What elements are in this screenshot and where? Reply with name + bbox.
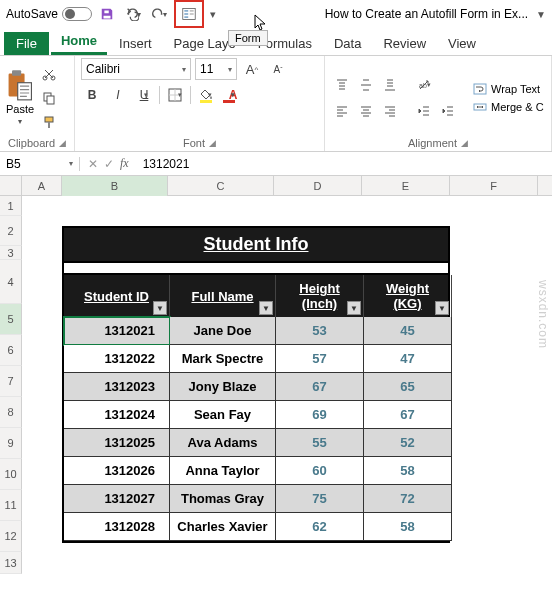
save-button[interactable] (96, 3, 118, 25)
tab-review[interactable]: Review (373, 32, 436, 55)
font-color-button[interactable]: A▾ (221, 84, 243, 106)
font-name-combo[interactable]: Calibri▾ (81, 58, 191, 80)
cell-student-id[interactable]: 1312025 (64, 429, 170, 457)
tab-insert[interactable]: Insert (109, 32, 162, 55)
cell-full-name[interactable]: Jane Doe (170, 317, 276, 345)
cell-full-name[interactable]: Thomas Gray (170, 485, 276, 513)
autosave-toggle[interactable]: AutoSave (6, 7, 92, 21)
cell-height[interactable]: 60 (276, 457, 364, 485)
column-header[interactable]: B (62, 176, 168, 196)
tab-view[interactable]: View (438, 32, 486, 55)
cell-weight[interactable]: 58 (364, 457, 452, 485)
filter-dropdown-icon[interactable]: ▼ (347, 301, 361, 315)
bold-button[interactable]: B (81, 84, 103, 106)
row-header[interactable]: 9 (0, 428, 22, 459)
row-header[interactable]: 6 (0, 335, 22, 366)
header-student-id[interactable]: Student ID▼ (64, 275, 170, 317)
worksheet-grid[interactable]: ABCDEF 12345678910111213 Student Info St… (0, 176, 552, 574)
cell-full-name[interactable]: Ava Adams (170, 429, 276, 457)
font-launcher-icon[interactable]: ◢ (209, 138, 216, 148)
cell-height[interactable]: 55 (276, 429, 364, 457)
underline-button[interactable]: U▾ (133, 84, 155, 106)
row-header[interactable]: 8 (0, 397, 22, 428)
cell-weight[interactable]: 58 (364, 513, 452, 541)
cell-weight[interactable]: 65 (364, 373, 452, 401)
fill-color-button[interactable]: ▾ (195, 84, 217, 106)
row-header[interactable]: 5 (0, 304, 22, 335)
cell-student-id[interactable]: 1312026 (64, 457, 170, 485)
wrap-text-button[interactable]: Wrap Text (473, 82, 544, 96)
row-header[interactable]: 7 (0, 366, 22, 397)
cell-height[interactable]: 57 (276, 345, 364, 373)
row-header[interactable]: 12 (0, 521, 22, 552)
cell-weight[interactable]: 67 (364, 401, 452, 429)
alignment-launcher-icon[interactable]: ◢ (461, 138, 468, 148)
cut-button[interactable] (38, 63, 60, 85)
italic-button[interactable]: I (107, 84, 129, 106)
column-header[interactable] (0, 176, 22, 196)
header-weight[interactable]: Weight(KG)▼ (364, 275, 452, 317)
cell-height[interactable]: 69 (276, 401, 364, 429)
fx-icon[interactable]: fx (120, 156, 129, 171)
form-button[interactable] (177, 3, 201, 25)
name-box[interactable]: B5▾ (0, 157, 80, 171)
cell-full-name[interactable]: Sean Fay (170, 401, 276, 429)
qat-overflow[interactable]: ▾ (210, 8, 216, 21)
clipboard-launcher-icon[interactable]: ◢ (59, 138, 66, 148)
merge-center-button[interactable]: Merge & C (473, 100, 544, 114)
header-height[interactable]: Height(Inch)▼ (276, 275, 364, 317)
paste-button[interactable]: Paste ▾ (6, 69, 34, 126)
tab-file[interactable]: File (4, 32, 49, 55)
row-header[interactable]: 10 (0, 459, 22, 490)
tab-home[interactable]: Home (51, 29, 107, 55)
align-center-button[interactable] (355, 100, 377, 122)
column-headers[interactable]: ABCDEF (0, 176, 552, 196)
cell-height[interactable]: 67 (276, 373, 364, 401)
decrease-font-button[interactable]: Aˇ (267, 58, 289, 80)
cell-height[interactable]: 75 (276, 485, 364, 513)
cell-student-id[interactable]: 1312021 (64, 317, 170, 345)
filter-dropdown-icon[interactable]: ▼ (435, 301, 449, 315)
align-top-button[interactable] (331, 74, 353, 96)
align-left-button[interactable] (331, 100, 353, 122)
undo-button[interactable]: ▾ (122, 3, 144, 25)
column-header[interactable]: A (22, 176, 62, 196)
cell-full-name[interactable]: Anna Taylor (170, 457, 276, 485)
cell-height[interactable]: 53 (276, 317, 364, 345)
filter-dropdown-icon[interactable]: ▼ (259, 301, 273, 315)
cell-student-id[interactable]: 1312028 (64, 513, 170, 541)
row-header[interactable]: 3 (0, 246, 22, 260)
cell-full-name[interactable]: Mark Spectre (170, 345, 276, 373)
cell-weight[interactable]: 47 (364, 345, 452, 373)
align-bottom-button[interactable] (379, 74, 401, 96)
cell-full-name[interactable]: Jony Blaze (170, 373, 276, 401)
column-header[interactable]: F (450, 176, 538, 196)
cell-student-id[interactable]: 1312023 (64, 373, 170, 401)
copy-button[interactable] (38, 87, 60, 109)
row-headers[interactable]: 12345678910111213 (0, 196, 22, 574)
cell-weight[interactable]: 52 (364, 429, 452, 457)
decrease-indent-button[interactable] (413, 100, 435, 122)
cell-student-id[interactable]: 1312027 (64, 485, 170, 513)
row-header[interactable]: 2 (0, 216, 22, 246)
cell-height[interactable]: 62 (276, 513, 364, 541)
title-dropdown[interactable]: ▼ (536, 9, 546, 20)
align-right-button[interactable] (379, 100, 401, 122)
filter-dropdown-icon[interactable]: ▼ (153, 301, 167, 315)
cell-weight[interactable]: 72 (364, 485, 452, 513)
column-header[interactable]: E (362, 176, 450, 196)
row-header[interactable]: 11 (0, 490, 22, 521)
row-header[interactable]: 1 (0, 196, 22, 216)
font-size-combo[interactable]: 11▾ (195, 58, 237, 80)
enter-formula-icon[interactable]: ✓ (104, 157, 114, 171)
increase-indent-button[interactable] (437, 100, 459, 122)
cell-student-id[interactable]: 1312022 (64, 345, 170, 373)
borders-button[interactable]: ▾ (164, 84, 186, 106)
format-painter-button[interactable] (38, 111, 60, 133)
redo-button[interactable]: ▾ (148, 3, 170, 25)
align-middle-button[interactable] (355, 74, 377, 96)
formula-input[interactable]: 1312021 (137, 157, 196, 171)
tab-data[interactable]: Data (324, 32, 371, 55)
cell-student-id[interactable]: 1312024 (64, 401, 170, 429)
cell-weight[interactable]: 45 (364, 317, 452, 345)
